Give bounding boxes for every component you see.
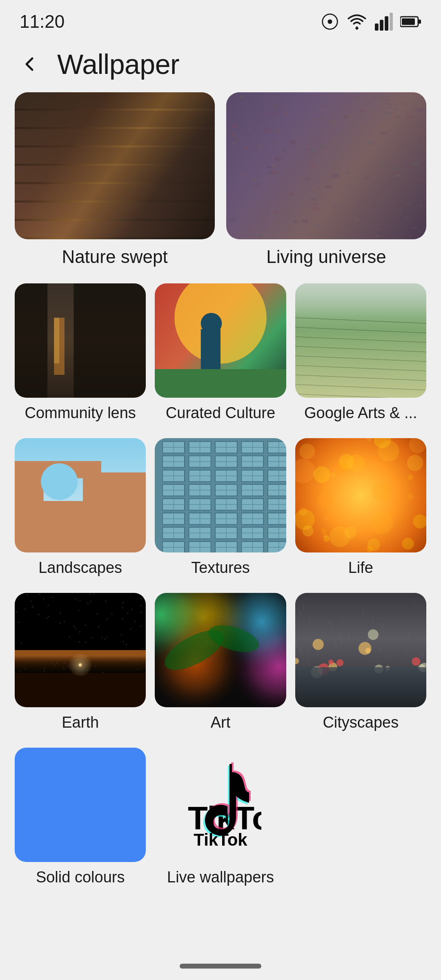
art-canvas: [155, 593, 286, 707]
back-arrow-icon: [18, 53, 41, 76]
tiktok-thumb: TikTok TikTok: [155, 748, 286, 862]
notification-icon: [321, 13, 339, 31]
grid-label-community-lens: Community lens: [24, 404, 136, 422]
grid-item-curated-culture[interactable]: Curated Culture: [155, 283, 286, 422]
grid-thumb-landscapes: [15, 438, 146, 552]
header: Wallpaper: [0, 40, 441, 92]
grid-thumb-art: [155, 593, 286, 707]
grid-item-earth[interactable]: Earth: [15, 593, 146, 731]
featured-label-living-universe: Living universe: [266, 247, 386, 267]
featured-item-nature-swept[interactable]: Nature swept: [15, 92, 215, 267]
featured-item-living-universe[interactable]: Living universe: [226, 92, 426, 267]
status-icons: [321, 13, 421, 31]
living-universe-canvas: [226, 92, 426, 239]
wifi-icon: [346, 13, 368, 31]
grid-label-cityscapes: Cityscapes: [323, 714, 399, 731]
grid-item-landscapes[interactable]: Landscapes: [15, 438, 146, 577]
grid-row-1: Community lens Curated Culture Google Ar…: [15, 283, 426, 422]
grid-thumb-cityscapes: [295, 593, 426, 707]
status-time: 11:20: [20, 11, 65, 32]
grid-label-landscapes: Landscapes: [38, 559, 122, 577]
back-button[interactable]: [15, 49, 44, 79]
life-canvas: [295, 438, 426, 552]
grid-label-textures: Textures: [191, 559, 250, 577]
svg-rect-3: [380, 20, 383, 31]
signal-icon: [375, 13, 393, 31]
nav-handle: [180, 964, 261, 969]
featured-thumb-living-universe: [226, 92, 426, 239]
grid-thumb-community-lens: [15, 283, 146, 398]
landscapes-canvas: [15, 438, 146, 552]
featured-thumb-nature-swept: [15, 92, 215, 239]
grid-row-3: Earth Art Cityscapes: [15, 593, 426, 731]
svg-rect-8: [402, 18, 415, 25]
curated-culture-canvas: [155, 283, 286, 398]
grid-row-4: Solid colours TikTok TikTok: [15, 748, 426, 886]
community-lens-canvas: [15, 283, 146, 398]
earth-canvas: [15, 593, 146, 707]
grid-thumb-textures: [155, 438, 286, 552]
grid-item-live-wallpapers[interactable]: TikTok TikTok Live wallpapers: [155, 748, 286, 886]
svg-rect-4: [385, 16, 388, 31]
google-arts-canvas: [295, 283, 426, 398]
page-title: Wallpaper: [57, 48, 179, 80]
grid-thumb-google-arts: [295, 283, 426, 398]
featured-label-nature-swept: Nature swept: [62, 247, 167, 267]
solid-colours-thumb: [15, 748, 146, 862]
grid-item-life[interactable]: Life: [295, 438, 426, 577]
cityscapes-canvas: [295, 593, 426, 707]
grid-label-life: Life: [348, 559, 373, 577]
textures-canvas: [155, 438, 286, 552]
tiktok-logo-icon: TikTok TikTok: [180, 760, 261, 850]
status-bar: 11:20: [0, 0, 441, 40]
svg-rect-2: [375, 23, 379, 31]
battery-icon: [400, 13, 421, 31]
main-content: Nature swept Living universe Community l…: [0, 92, 441, 927]
nature-swept-canvas: [15, 92, 215, 239]
grid-item-art[interactable]: Art: [155, 593, 286, 731]
grid-label-solid-colours: Solid colours: [36, 869, 125, 886]
svg-rect-7: [419, 20, 421, 24]
grid-label-google-arts: Google Arts & ...: [304, 404, 417, 422]
featured-row: Nature swept Living universe: [15, 92, 426, 267]
grid-item-solid-colours[interactable]: Solid colours: [15, 748, 146, 886]
grid-item-google-arts[interactable]: Google Arts & ...: [295, 283, 426, 422]
grid-row-2: Landscapes Textures Life: [15, 438, 426, 577]
grid-item-textures[interactable]: Textures: [155, 438, 286, 577]
svg-text:TikTok: TikTok: [194, 830, 247, 849]
grid-label-art: Art: [211, 714, 231, 731]
svg-rect-5: [390, 13, 393, 31]
grid-item-community-lens[interactable]: Community lens: [15, 283, 146, 422]
grid-thumb-earth: [15, 593, 146, 707]
grid-item-cityscapes[interactable]: Cityscapes: [295, 593, 426, 731]
grid-label-curated-culture: Curated Culture: [166, 404, 275, 422]
grid-thumb-life: [295, 438, 426, 552]
svg-point-1: [328, 20, 332, 24]
grid-label-earth: Earth: [62, 714, 99, 731]
grid-label-live-wallpapers: Live wallpapers: [167, 869, 274, 886]
grid-thumb-curated-culture: [155, 283, 286, 398]
